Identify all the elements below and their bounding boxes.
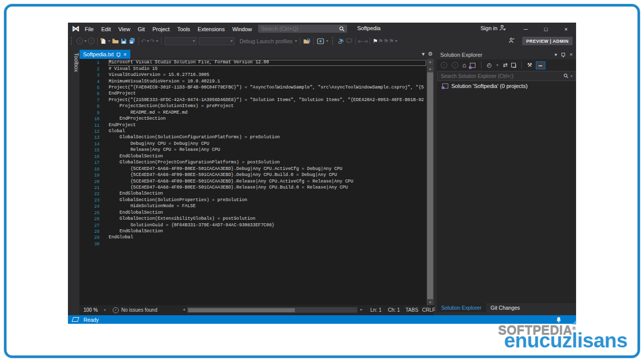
code-line[interactable]: 20 {5CE4ED47-6A68-4F09-B0EE-501CACAA3EBD…: [79, 178, 434, 185]
menu-item-file[interactable]: File: [81, 26, 98, 32]
find-in-files-button[interactable]: [303, 38, 310, 44]
editor-options-gear-icon[interactable]: ⚙: [428, 51, 433, 57]
pending-changes-filter-icon[interactable]: ◴: [487, 62, 492, 68]
code-editor[interactable]: 1Microsoft Visual Studio Solution File, …: [79, 59, 434, 305]
increase-indent-button[interactable]: ⇥: [363, 38, 368, 44]
horizontal-scrollbar[interactable]: [187, 307, 357, 313]
send-feedback-icon[interactable]: [509, 37, 515, 44]
save-all-button[interactable]: [129, 38, 135, 44]
minimize-button[interactable]: ─: [516, 23, 536, 35]
code-line[interactable]: 17 GlobalSection(ProjectConfigurationPla…: [79, 160, 434, 166]
close-button[interactable]: ×: [556, 23, 576, 35]
search-input[interactable]: [258, 26, 339, 32]
issues-indicator[interactable]: ✓ No issues found: [113, 306, 157, 314]
open-file-button[interactable]: [112, 38, 119, 44]
solution-tree-root-node[interactable]: Solution 'Softpedia' (0 projects): [437, 81, 576, 90]
save-button[interactable]: [121, 38, 127, 44]
sync-with-active-document-icon[interactable]: ⇄: [503, 62, 507, 68]
redo-dropdown-icon[interactable]: ▾: [156, 39, 158, 43]
code-line[interactable]: 13 GlobalSection(SolutionConfigurationPl…: [79, 135, 434, 141]
quick-search-box[interactable]: [258, 25, 347, 33]
sign-in-button[interactable]: Sign in: [480, 25, 498, 31]
new-project-button[interactable]: [101, 38, 106, 44]
code-line[interactable]: 24 HideSolutionNode = FALSE: [79, 204, 434, 210]
menu-item-view[interactable]: View: [115, 26, 134, 32]
vertical-scrollbar[interactable]: + ▲ ▼: [427, 59, 434, 305]
navigate-back-dropdown-icon[interactable]: ▾: [85, 39, 87, 43]
code-line[interactable]: 21 {5CE4ED47-6A68-4F09-B0EE-501CACAA3EBD…: [79, 185, 434, 191]
new-item-dropdown-icon[interactable]: ▾: [108, 39, 110, 43]
panel-tab-solution-explorer[interactable]: Solution Explorer: [437, 303, 486, 312]
chevron-down-icon[interactable]: ▾: [326, 39, 328, 43]
code-line[interactable]: 26 GlobalSection(ExtensibilityGlobals) =…: [79, 216, 434, 222]
navigate-forward-button[interactable]: ›: [88, 38, 95, 44]
code-line[interactable]: 3VisualStudioVersion = 15.0.27716.3005: [79, 72, 434, 78]
scroll-right-icon[interactable]: ►: [360, 308, 363, 311]
chevron-down-icon[interactable]: ▾: [395, 39, 397, 43]
code-line[interactable]: 4MinimumVisualStudioVersion = 10.0.40219…: [79, 78, 434, 84]
navigate-back-button[interactable]: ‹: [76, 38, 83, 44]
panel-header[interactable]: Solution Explorer ▾ ×: [437, 50, 576, 59]
code-line[interactable]: 2# Visual Studio 15: [79, 66, 434, 72]
next-bookmark-button[interactable]: ⚑: [383, 38, 389, 44]
menu-item-tools[interactable]: Tools: [174, 26, 194, 32]
maximize-button[interactable]: □: [536, 23, 556, 35]
toolbar-drag-grip-icon[interactable]: [332, 37, 335, 45]
code-line[interactable]: 5Project("{FAE04EC0-301F-11D3-BF4B-00C04…: [79, 85, 434, 91]
solution-configurations-dropdown[interactable]: ▾: [165, 37, 197, 45]
code-line[interactable]: 15 Release|Any CPU = Release|Any CPU: [79, 147, 434, 153]
code-line[interactable]: 16 EndGlobalSection: [79, 154, 434, 160]
scroll-up-icon[interactable]: ▲: [427, 66, 434, 71]
se-forward-button[interactable]: ›: [452, 62, 458, 68]
document-tab-softpedia[interactable]: Softpedia.txt ×: [79, 50, 130, 59]
code-line[interactable]: 19 {5CE4ED47-6A68-4F09-B0EE-501CACAA3EBD…: [79, 172, 434, 178]
code-line[interactable]: 14 Debug|Any CPU = Debug|Any CPU: [79, 141, 434, 147]
code-line[interactable]: 28 EndGlobalSection: [79, 229, 434, 235]
code-line[interactable]: 1Microsoft Visual Studio Solution File, …: [79, 60, 434, 66]
horizontal-scrollbar-thumb[interactable]: [188, 308, 295, 312]
close-panel-icon[interactable]: ×: [570, 52, 573, 57]
menu-item-git[interactable]: Git: [134, 26, 148, 32]
user-account-icon[interactable]: [499, 25, 506, 31]
undo-dropdown-icon[interactable]: ▾: [147, 39, 149, 43]
pin-icon[interactable]: [117, 53, 120, 56]
properties-wrench-icon[interactable]: ⚒: [527, 62, 532, 68]
code-line[interactable]: 29EndGlobal: [79, 235, 434, 241]
vertical-scrollbar-thumb[interactable]: [427, 72, 433, 299]
char-position-indicator[interactable]: Ch: 1: [388, 307, 400, 313]
scroll-left-icon[interactable]: ◄: [182, 308, 186, 311]
cursor-tool-button[interactable]: [338, 38, 344, 44]
code-line[interactable]: 23 GlobalSection(SolutionProperties) = p…: [79, 198, 434, 204]
code-line[interactable]: 18 {5CE4ED47-6A68-4F09-B0EE-501CACAA3EBD…: [79, 166, 434, 172]
code-line[interactable]: 6EndProject: [79, 91, 434, 97]
start-window-button[interactable]: [317, 38, 324, 44]
toolbox-side-tab[interactable]: Toolbox: [69, 50, 79, 308]
code-line[interactable]: 22 EndGlobalSection: [79, 191, 434, 197]
debug-launch-profiles-dropdown[interactable]: Debug Launch profiles: [239, 38, 292, 44]
pin-icon[interactable]: [561, 53, 565, 56]
notifications-bell-icon[interactable]: [556, 317, 561, 323]
menu-item-edit[interactable]: Edit: [98, 26, 115, 32]
chevron-down-icon[interactable]: ▾: [571, 74, 573, 78]
preview-selected-items-toggle[interactable]: ▬: [536, 61, 545, 69]
split-editor-handle[interactable]: +: [427, 59, 434, 66]
code-line[interactable]: 12Global: [79, 129, 434, 135]
line-ending-indicator[interactable]: CRLF: [422, 307, 435, 313]
home-icon[interactable]: ⌂: [462, 62, 466, 68]
background-tasks-icon[interactable]: [72, 317, 79, 322]
chevron-down-icon[interactable]: ▾: [496, 63, 498, 67]
code-line[interactable]: 25 EndGlobalSection: [79, 210, 434, 216]
comment-button[interactable]: [346, 38, 352, 44]
menu-item-window[interactable]: Window: [228, 26, 256, 32]
tabs-mode-indicator[interactable]: TABS: [406, 307, 418, 313]
panel-tab-git-changes[interactable]: Git Changes: [486, 303, 524, 312]
toggle-bookmark-button[interactable]: ⚑: [372, 38, 378, 44]
redo-button[interactable]: ↷: [150, 38, 155, 44]
toolbar-drag-grip-icon[interactable]: [71, 37, 74, 45]
panel-menu-dropdown-icon[interactable]: ▾: [554, 52, 557, 57]
decrease-indent-button[interactable]: ⇤: [358, 38, 363, 44]
code-line[interactable]: 30: [79, 241, 434, 247]
clear-bookmarks-button[interactable]: ⚑: [389, 38, 394, 44]
undo-button[interactable]: ↶: [141, 38, 146, 44]
code-line[interactable]: 10 EndProjectSection: [79, 116, 434, 122]
